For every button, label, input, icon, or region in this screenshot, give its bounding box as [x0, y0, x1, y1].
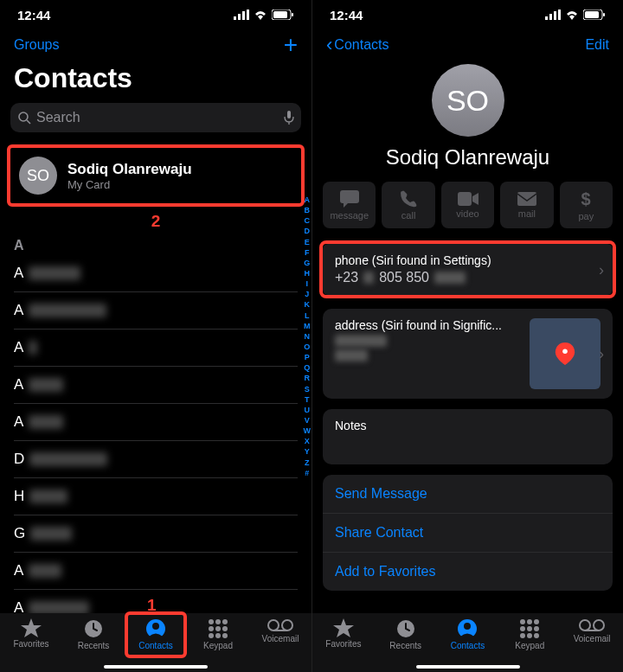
map-thumbnail [530, 318, 601, 389]
alpha-index[interactable]: ABCDEFGHIJKLMNOPQRSTUVWXYZ# [304, 195, 312, 478]
action-link[interactable]: Send Message [323, 475, 613, 514]
status-bar: 12:44 [0, 0, 312, 29]
avatar: SO [19, 157, 57, 195]
contact-row[interactable]: Ax [14, 330, 298, 367]
call-icon [400, 190, 417, 208]
signal-icon [234, 10, 249, 20]
message-button[interactable]: message [323, 182, 376, 228]
status-time: 12:44 [330, 8, 363, 22]
tab-label: Contacts [138, 641, 172, 650]
status-bar: 12:44 [312, 0, 623, 29]
tab-label: Recents [389, 641, 421, 650]
contact-row[interactable]: Dx [14, 441, 298, 478]
tab-contacts[interactable]: Contacts [128, 618, 183, 650]
contact-row[interactable]: Gx [14, 515, 298, 553]
tab-keypad[interactable]: Keypad [190, 618, 246, 650]
tab-voicemail[interactable]: Voicemail [564, 618, 620, 643]
wifi-icon [565, 10, 579, 20]
groups-link[interactable]: Groups [14, 37, 59, 53]
recents-icon [83, 618, 104, 639]
tab-recents[interactable]: Recents [378, 618, 434, 650]
svg-rect-2 [242, 11, 245, 20]
svg-rect-25 [545, 16, 548, 20]
call-button[interactable]: call [382, 182, 434, 228]
tab-voicemail[interactable]: Voicemail [253, 618, 308, 643]
pay-icon: $ [579, 189, 593, 208]
contact-row[interactable]: Ax [14, 292, 298, 330]
tab-label: Voicemail [574, 634, 611, 643]
section-header: A [0, 234, 312, 255]
tab-bar: FavoritesRecentsContactsKeypadVoicemail … [0, 613, 312, 672]
action-label: mail [518, 208, 536, 219]
svg-point-18 [222, 626, 228, 631]
svg-point-38 [464, 623, 471, 630]
svg-rect-6 [292, 13, 293, 16]
keypad-icon [519, 618, 540, 639]
address-card[interactable]: address (Siri found in Signific... xxxx … [323, 309, 613, 399]
svg-point-39 [520, 619, 525, 624]
contact-row[interactable]: Ax [14, 553, 298, 590]
svg-point-44 [534, 626, 539, 631]
action-buttons: messagecallvideomail$pay [312, 182, 623, 240]
svg-point-42 [520, 626, 525, 631]
action-label: video [456, 208, 478, 219]
mic-icon[interactable] [284, 110, 294, 125]
svg-point-46 [527, 633, 532, 638]
pay-button[interactable]: $pay [560, 182, 613, 228]
tab-bar: FavoritesRecentsContactsKeypadVoicemail [312, 613, 623, 672]
mail-button[interactable]: mail [500, 182, 553, 228]
tab-keypad[interactable]: Keypad [502, 618, 557, 650]
battery-icon [583, 10, 606, 20]
search-input[interactable]: Search [10, 103, 301, 132]
contact-row[interactable]: Ax [14, 404, 298, 441]
contact-row[interactable]: Hx [14, 478, 298, 515]
chevron-left-icon: ‹ [326, 35, 332, 54]
message-icon [340, 190, 359, 208]
tab-label: Favorites [325, 639, 361, 649]
action-link[interactable]: Share Contact [323, 514, 613, 553]
phone-card-highlight: phone (Siri found in Settings) +23x 805 … [319, 240, 616, 298]
svg-line-8 [27, 120, 30, 124]
svg-point-21 [222, 633, 228, 638]
phone-left: 12:44 Groups + Contacts Search SO Sodiq … [0, 0, 312, 672]
mycard-sub: My Card [67, 178, 192, 191]
edit-button[interactable]: Edit [585, 37, 609, 53]
action-link[interactable]: Add to Favorites [323, 553, 613, 591]
svg-rect-1 [238, 14, 241, 20]
tab-label: Keypad [515, 641, 544, 650]
contact-list[interactable]: AxAxAxAxAxDxHxGxAxAx [0, 255, 312, 613]
svg-rect-3 [247, 10, 249, 20]
svg-text:$: $ [581, 189, 591, 208]
my-card-row[interactable]: SO Sodiq Olanrewaju My Card [10, 148, 301, 203]
svg-point-13 [209, 619, 214, 624]
svg-rect-0 [234, 16, 236, 20]
svg-point-40 [527, 619, 532, 624]
back-button[interactable]: ‹ Contacts [326, 35, 389, 54]
contact-row[interactable]: Ax [14, 367, 298, 404]
tab-recents[interactable]: Recents [66, 618, 121, 650]
phone-value: +23x 805 850 xxxx [335, 270, 601, 285]
svg-point-14 [215, 619, 221, 624]
contact-row[interactable]: Ax [14, 255, 298, 292]
action-links: Send MessageShare ContactAdd to Favorite… [312, 475, 623, 601]
tab-label: Favorites [13, 639, 48, 649]
tab-contacts[interactable]: Contacts [440, 618, 495, 650]
address-label: address (Siri found in Signific... [335, 318, 521, 332]
tab-favorites[interactable]: Favorites [3, 618, 59, 649]
add-contact-button[interactable]: + [284, 33, 298, 57]
phone-card[interactable]: phone (Siri found in Settings) +23x 805 … [323, 244, 613, 295]
svg-point-35 [562, 349, 568, 354]
video-button[interactable]: video [441, 182, 494, 228]
contact-name: Sodiq Olanrewaju [312, 145, 623, 170]
tab-label: Recents [78, 641, 110, 650]
svg-point-49 [594, 620, 604, 630]
tab-label: Keypad [203, 641, 233, 650]
svg-point-20 [215, 633, 221, 638]
notes-card[interactable]: Notes [323, 409, 613, 464]
status-icons [234, 10, 294, 20]
voicemail-icon [579, 618, 605, 632]
status-icons [545, 10, 606, 20]
contact-row[interactable]: Ax [14, 590, 298, 613]
svg-point-41 [534, 619, 539, 624]
tab-favorites[interactable]: Favorites [316, 618, 371, 649]
